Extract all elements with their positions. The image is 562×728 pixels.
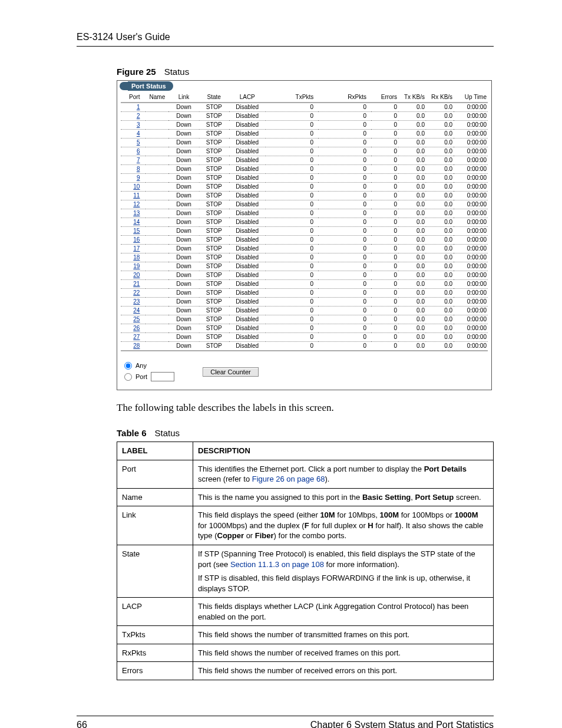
cell-rx: 0 bbox=[318, 200, 371, 209]
desc-text: This is the name you assigned to this po… bbox=[193, 488, 494, 506]
cell-state: STOP bbox=[199, 103, 229, 112]
cell-ut: 0:00:00 bbox=[454, 324, 488, 333]
cell-name bbox=[146, 262, 168, 271]
port-link[interactable]: 27 bbox=[133, 334, 140, 340]
cell-state: STOP bbox=[199, 307, 229, 315]
cell-link: Down bbox=[168, 139, 199, 147]
port-link[interactable]: 17 bbox=[133, 245, 140, 252]
cell-lacp: Disabled bbox=[229, 200, 266, 209]
port-link[interactable]: 20 bbox=[133, 272, 140, 278]
cell-link: Down bbox=[168, 324, 199, 333]
cell-rxk: 0.0 bbox=[426, 342, 454, 351]
desc-row: Errors This field shows the number of re… bbox=[117, 662, 494, 680]
cell-tx: 0 bbox=[266, 289, 319, 298]
port-link[interactable]: 12 bbox=[133, 201, 140, 207]
cell-lacp: Disabled bbox=[229, 280, 266, 289]
table-row: 18DownSTOPDisabled0000.00.00:00:00 bbox=[121, 253, 488, 262]
port-link[interactable]: 25 bbox=[133, 316, 140, 322]
port-link[interactable]: 21 bbox=[133, 281, 140, 287]
desc-label: LACP bbox=[117, 598, 193, 626]
port-link[interactable]: 18 bbox=[133, 254, 140, 261]
cell-rx: 0 bbox=[318, 342, 371, 351]
clear-counter-button[interactable]: Clear Counter bbox=[203, 367, 258, 377]
cell-err: 0 bbox=[371, 218, 398, 227]
radio-any[interactable] bbox=[124, 362, 132, 370]
cell-link: Down bbox=[168, 183, 199, 192]
cell-rxk: 0.0 bbox=[426, 298, 454, 307]
table-row: 20DownSTOPDisabled0000.00.00:00:00 bbox=[121, 271, 488, 280]
cell-state: STOP bbox=[199, 183, 229, 192]
cell-link: Down bbox=[168, 174, 199, 183]
port-input[interactable] bbox=[151, 372, 174, 381]
port-link[interactable]: 13 bbox=[133, 210, 140, 216]
cell-ut: 0:00:00 bbox=[454, 236, 488, 245]
panel-footer: Any Port Clear Counter bbox=[121, 360, 488, 384]
table-row: 3DownSTOPDisabled0000.00.00:00:00 bbox=[121, 121, 488, 130]
table-row: 16DownSTOPDisabled0000.00.00:00:00 bbox=[121, 236, 488, 245]
cell-err: 0 bbox=[371, 103, 398, 112]
desc-label: Link bbox=[117, 506, 193, 545]
cell-link: Down bbox=[168, 103, 199, 112]
port-link[interactable]: 3 bbox=[137, 121, 140, 128]
cell-lacp: Disabled bbox=[229, 245, 266, 253]
port-link[interactable]: 14 bbox=[133, 219, 140, 225]
port-link[interactable]: 11 bbox=[133, 192, 140, 199]
port-link[interactable]: 4 bbox=[137, 130, 140, 137]
port-link[interactable]: 19 bbox=[133, 263, 140, 269]
port-link[interactable]: 22 bbox=[133, 289, 140, 296]
cell-rxk: 0.0 bbox=[426, 121, 454, 130]
cell-rx: 0 bbox=[318, 103, 371, 112]
desc-row: TxPkts This field shows the number of tr… bbox=[117, 626, 494, 644]
table-row: 23DownSTOPDisabled0000.00.00:00:00 bbox=[121, 298, 488, 307]
port-link[interactable]: 28 bbox=[133, 342, 140, 349]
port-link[interactable]: 23 bbox=[133, 298, 140, 305]
cell-name bbox=[146, 245, 168, 253]
port-link[interactable]: 10 bbox=[133, 183, 140, 190]
cell-tx: 0 bbox=[266, 130, 319, 139]
cell-rx: 0 bbox=[318, 227, 371, 236]
cell-ut: 0:00:00 bbox=[454, 333, 488, 342]
dh-desc: DESCRIPTION bbox=[193, 442, 494, 460]
cell-tx: 0 bbox=[266, 139, 319, 147]
cell-err: 0 bbox=[371, 245, 398, 253]
port-status-table: Port Name Link State LACP TxPkts RxPkts … bbox=[121, 93, 488, 351]
cell-txk: 0.0 bbox=[398, 236, 426, 245]
header-rule bbox=[77, 46, 494, 47]
cell-name bbox=[146, 147, 168, 156]
cell-txk: 0.0 bbox=[398, 342, 426, 351]
cell-tx: 0 bbox=[266, 262, 319, 271]
cell-rx: 0 bbox=[318, 156, 371, 165]
cell-err: 0 bbox=[371, 192, 398, 200]
panel-tab[interactable]: Port Status bbox=[128, 81, 173, 91]
cell-lacp: Disabled bbox=[229, 192, 266, 200]
cell-rxk: 0.0 bbox=[426, 333, 454, 342]
port-link[interactable]: 15 bbox=[133, 228, 140, 234]
port-link[interactable]: 5 bbox=[137, 139, 140, 146]
cell-txk: 0.0 bbox=[398, 147, 426, 156]
cell-link: Down bbox=[168, 289, 199, 298]
port-link[interactable]: 8 bbox=[137, 166, 140, 172]
figure-title: Status bbox=[164, 67, 190, 77]
cell-ut: 0:00:00 bbox=[454, 121, 488, 130]
port-link[interactable]: 2 bbox=[137, 113, 140, 119]
cell-rx: 0 bbox=[318, 245, 371, 253]
cell-state: STOP bbox=[199, 315, 229, 324]
cell-txk: 0.0 bbox=[398, 192, 426, 200]
port-link[interactable]: 26 bbox=[133, 325, 140, 331]
cell-name bbox=[146, 174, 168, 183]
radio-port[interactable] bbox=[124, 373, 132, 381]
port-link[interactable]: 7 bbox=[137, 157, 140, 163]
port-link[interactable]: 24 bbox=[133, 307, 140, 314]
cell-rxk: 0.0 bbox=[426, 200, 454, 209]
xref-link[interactable]: Section 11.1.3 on page 108 bbox=[230, 560, 324, 569]
cell-state: STOP bbox=[199, 209, 229, 218]
cell-tx: 0 bbox=[266, 218, 319, 227]
xref-link[interactable]: Figure 26 on page 68 bbox=[252, 475, 325, 483]
port-link[interactable]: 1 bbox=[137, 104, 140, 110]
th-name: Name bbox=[146, 93, 168, 103]
port-link[interactable]: 16 bbox=[133, 236, 140, 243]
port-link[interactable]: 9 bbox=[137, 174, 140, 181]
cell-lacp: Disabled bbox=[229, 253, 266, 262]
table-row: 21DownSTOPDisabled0000.00.00:00:00 bbox=[121, 280, 488, 289]
port-link[interactable]: 6 bbox=[137, 148, 140, 154]
